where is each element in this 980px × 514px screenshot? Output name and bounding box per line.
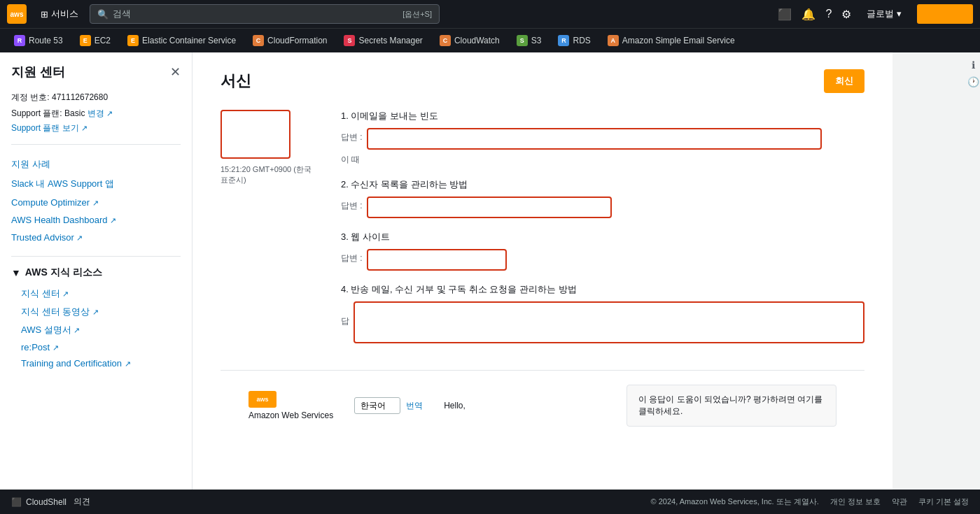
account-menu[interactable] bbox=[917, 4, 973, 24]
q3-answer-label: 답변 : bbox=[341, 252, 363, 264]
q4-answer-row: 답 bbox=[341, 301, 864, 343]
feedback-box: 이 응답이 도움이 되었습니까? 평가하려면 여기를 클릭하세요. bbox=[626, 385, 836, 427]
cloudformation-icon: C bbox=[253, 35, 264, 46]
question-2: 2. 수신자 목록을 관리하는 방법 답변 : bbox=[341, 178, 864, 218]
language-select-area: 한국어 번역 bbox=[354, 397, 423, 414]
aws-footer-logo: aws Amazon Web Services bbox=[248, 391, 333, 420]
q4-textarea[interactable] bbox=[354, 301, 864, 343]
tab-route53[interactable]: R Route 53 bbox=[7, 32, 70, 49]
question-1: 1. 이메일을 보내는 빈도 답변 : 이 때 bbox=[341, 110, 864, 166]
services-button[interactable]: ⊞ 서비스 bbox=[35, 5, 84, 23]
global-button[interactable]: 글로벌 ▾ bbox=[861, 5, 907, 23]
knowledge-section-header[interactable]: ▼ AWS 지식 리소스 bbox=[11, 266, 181, 279]
q4-text: 4. 반송 메일, 수신 거부 및 구독 취소 요청을 관리하는 방법 bbox=[341, 283, 864, 296]
question-3: 3. 웹 사이트 답변 : bbox=[341, 231, 864, 271]
sidebar-item-training[interactable]: Training and Certification ↗ bbox=[11, 355, 181, 371]
search-icon: 🔍 bbox=[97, 9, 108, 20]
footer-hello-text: Hello, bbox=[444, 401, 465, 411]
ext-icon-view: ↗ bbox=[81, 124, 88, 132]
clock-icon: 🕐 bbox=[967, 76, 979, 87]
q2-input[interactable] bbox=[367, 197, 612, 218]
ext-icon-kc: ↗ bbox=[62, 290, 69, 298]
aws-logo[interactable]: aws bbox=[7, 4, 27, 24]
main-layout: 지원 센터 ✕ 계정 번호: 471112672680 Support 플랜: … bbox=[0, 52, 980, 490]
sidebar-item-health[interactable]: AWS Health Dashboard ↗ bbox=[11, 211, 181, 229]
support-center-sidebar: 지원 센터 ✕ 계정 번호: 471112672680 Support 플랜: … bbox=[0, 52, 192, 490]
q1-input[interactable] bbox=[367, 128, 822, 150]
q1-answer-label: 답변 : bbox=[341, 131, 363, 143]
ext-icon-repost: ↗ bbox=[52, 343, 59, 352]
route53-icon: R bbox=[14, 35, 25, 46]
sidebar-item-cases[interactable]: 지원 사례 bbox=[11, 155, 181, 174]
tab-rds[interactable]: R RDS bbox=[551, 32, 597, 49]
aws-logo-icon: aws bbox=[7, 4, 27, 24]
ext-icon-kv: ↗ bbox=[92, 308, 99, 316]
image-timestamp: 15:21:20 GMT+0900 (한국 표준시) bbox=[220, 164, 320, 185]
support-plan-info: Support 플랜: Basic 변경 ↗ bbox=[11, 108, 181, 120]
settings-icon-button[interactable]: ⚙ bbox=[841, 8, 851, 21]
q4-answer-label: 답 bbox=[341, 315, 349, 327]
q1-extra-label: 이 때 bbox=[341, 154, 864, 166]
rds-icon: R bbox=[558, 35, 569, 46]
change-plan-link[interactable]: 변경 bbox=[88, 108, 104, 118]
q1-answer-row: 답변 : bbox=[341, 128, 864, 150]
tab-s3[interactable]: S S3 bbox=[510, 32, 549, 49]
aws-footer-logo-icon: aws bbox=[248, 391, 276, 408]
ec2-icon: E bbox=[80, 35, 91, 46]
tab-cloudwatch[interactable]: C CloudWatch bbox=[433, 32, 507, 49]
ext-icon-health: ↗ bbox=[110, 216, 116, 224]
sidebar-item-repost[interactable]: re:Post ↗ bbox=[11, 339, 181, 355]
bell-icon-button[interactable]: 🔔 bbox=[802, 8, 816, 21]
reply-button[interactable]: 회신 bbox=[824, 69, 864, 93]
close-icon[interactable]: ✕ bbox=[170, 64, 181, 80]
image-column: 15:21:20 GMT+0900 (한국 표준시) bbox=[220, 110, 320, 185]
ses-icon: A bbox=[608, 35, 619, 46]
tab-ec2[interactable]: E EC2 bbox=[73, 32, 118, 49]
tab-ses[interactable]: A Amazon Simple Email Service bbox=[601, 32, 742, 49]
survey-header: 서신 회신 bbox=[220, 69, 864, 93]
q3-input[interactable] bbox=[367, 249, 507, 271]
q2-answer-label: 답변 : bbox=[341, 200, 363, 212]
right-scroll-panel: ℹ 🕐 bbox=[966, 52, 980, 490]
sidebar-item-trusted[interactable]: Trusted Advisor ↗ bbox=[11, 229, 181, 246]
feedback-text: 이 응답이 도움이 되었습니까? 평가하려면 여기를 클릭하세요. bbox=[638, 394, 822, 416]
sidebar-divider-1 bbox=[11, 144, 181, 145]
q3-answer-row: 답변 : bbox=[341, 249, 864, 271]
ext-icon-doc: ↗ bbox=[74, 326, 80, 334]
aws-footer-text: Amazon Web Services bbox=[248, 411, 333, 420]
s3-icon: S bbox=[517, 35, 528, 46]
sidebar-item-slack[interactable]: Slack 내 AWS Support 앱 bbox=[11, 174, 181, 194]
survey-content: 서신 회신 15:21:20 GMT+0900 (한국 표준시) 1. 이메일을… bbox=[192, 52, 892, 490]
terminal-icon-button[interactable]: ⬛ bbox=[778, 8, 792, 21]
chevron-down-icon: ▼ bbox=[11, 267, 21, 278]
tab-secrets-manager[interactable]: S Secrets Manager bbox=[337, 32, 429, 49]
tab-ecs[interactable]: E Elastic Container Service bbox=[120, 32, 243, 49]
ext-icon-training: ↗ bbox=[125, 359, 131, 368]
help-icon-button[interactable]: ? bbox=[825, 8, 832, 20]
search-bar[interactable]: 🔍 검색 [옵션+S] bbox=[90, 4, 440, 24]
nav-icons: ⬛ 🔔 ? ⚙ 글로벌 ▾ bbox=[778, 4, 973, 24]
service-tabs-bar: R Route 53 E EC2 E Elastic Container Ser… bbox=[0, 28, 980, 52]
top-navigation: aws ⊞ 서비스 🔍 검색 [옵션+S] ⬛ 🔔 ? ⚙ 글로벌 ▾ bbox=[0, 0, 980, 28]
sidebar-item-knowledge-video[interactable]: 지식 센터 동영상 ↗ bbox=[11, 303, 181, 321]
form-body: 15:21:20 GMT+0900 (한국 표준시) 1. 이메일을 보내는 빈… bbox=[220, 110, 864, 356]
sidebar-header: 지원 센터 ✕ bbox=[11, 64, 181, 80]
tab-cloudformation[interactable]: C CloudFormation bbox=[246, 32, 334, 49]
sidebar-divider-2 bbox=[11, 256, 181, 257]
questions-area: 1. 이메일을 보내는 빈도 답변 : 이 때 2. 수신자 목록을 관리하는 … bbox=[341, 110, 864, 356]
ext-icon-optimizer: ↗ bbox=[92, 199, 99, 207]
cloudwatch-icon: C bbox=[440, 35, 451, 46]
attachment-image bbox=[220, 110, 290, 159]
account-number: 계정 번호: 471112672680 bbox=[11, 92, 181, 103]
sidebar-item-documentation[interactable]: AWS 설명서 ↗ bbox=[11, 321, 181, 339]
translate-link[interactable]: 번역 bbox=[406, 400, 423, 412]
ecs-icon: E bbox=[127, 35, 139, 46]
language-select[interactable]: 한국어 bbox=[354, 397, 400, 414]
question-4: 4. 반송 메일, 수신 거부 및 구독 취소 요청을 관리하는 방법 답 bbox=[341, 283, 864, 343]
sidebar-title: 지원 센터 bbox=[11, 64, 65, 80]
sidebar-item-optimizer[interactable]: Compute Optimizer ↗ bbox=[11, 194, 181, 211]
q2-text: 2. 수신자 목록을 관리하는 방법 bbox=[341, 178, 864, 191]
info-icon: ℹ bbox=[972, 59, 975, 71]
sidebar-item-knowledge-center[interactable]: 지식 센터 ↗ bbox=[11, 285, 181, 303]
view-plan-link[interactable]: Support 플랜 보기 ↗ bbox=[11, 123, 88, 133]
